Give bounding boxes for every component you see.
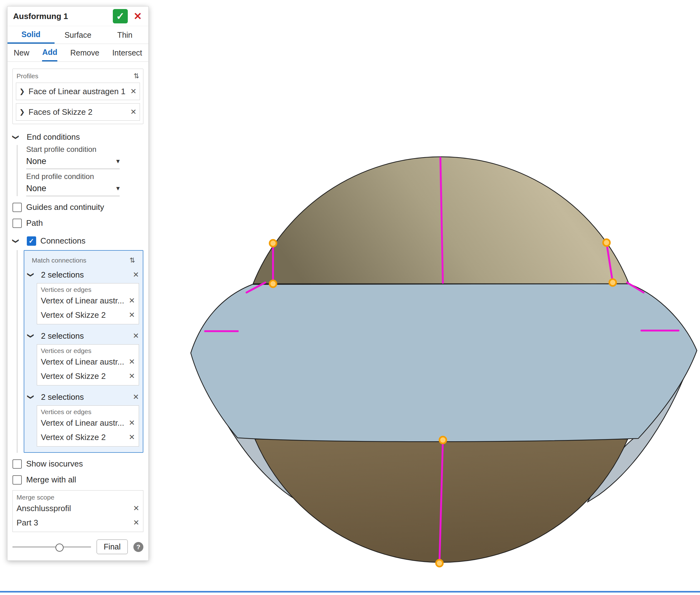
vertex-marker	[609, 279, 616, 286]
slider-handle[interactable]	[56, 543, 64, 551]
merge-scope-item[interactable]: Anschlussprofil	[17, 501, 139, 515]
chevron-right-icon[interactable]	[19, 108, 25, 116]
profile-item[interactable]: Faces of Skizze 2	[16, 103, 140, 121]
show-isocurves-label: Show isocurves	[26, 459, 83, 469]
connection-group-label: 2 selections	[41, 270, 84, 280]
vertex-selection[interactable]: Vertex of Linear austr...	[41, 293, 135, 308]
start-profile-condition-value: None	[26, 157, 116, 166]
vertex-marker	[603, 239, 610, 246]
connections-checkbox[interactable]	[27, 236, 36, 246]
guides-and-continuity-row[interactable]: Guides and continuity	[12, 202, 143, 212]
remove-group-icon[interactable]	[130, 271, 139, 279]
remove-selection-icon[interactable]	[126, 372, 135, 380]
show-isocurves-row[interactable]: Show isocurves	[12, 459, 143, 469]
tab-remove[interactable]: Remove	[70, 44, 99, 61]
remove-selection-icon[interactable]	[126, 358, 135, 366]
dialog-footer: Final ?	[12, 539, 143, 554]
connection-group-toggle[interactable]: 2 selections	[28, 267, 139, 283]
start-profile-condition-select[interactable]: None	[26, 154, 120, 169]
chevron-down-icon	[28, 271, 34, 279]
guides-and-continuity-checkbox[interactable]	[12, 203, 22, 212]
match-connections-box: Match connections 2 selections Vertices …	[24, 250, 143, 453]
vertex-selection-label: Vertex of Linear austr...	[41, 418, 124, 428]
guides-and-continuity-label: Guides and continuity	[26, 202, 104, 212]
vertex-selection[interactable]: Vertex of Linear austr...	[41, 416, 135, 430]
tab-add[interactable]: Add	[42, 44, 57, 61]
remove-selection-icon[interactable]	[130, 518, 139, 527]
end-profile-condition-label: End profile condition	[26, 172, 143, 181]
vertices-or-edges-label: Vertices or edges	[41, 286, 135, 293]
preview-slider[interactable]	[12, 542, 91, 551]
remove-group-icon[interactable]	[130, 332, 139, 340]
help-icon[interactable]: ?	[133, 542, 143, 552]
vertex-marker	[439, 436, 446, 444]
sort-icon[interactable]	[130, 256, 135, 264]
sort-icon[interactable]	[134, 72, 139, 80]
vertex-selection-label: Vertex of Skizze 2	[41, 371, 105, 381]
connection-group-label: 2 selections	[41, 392, 84, 402]
tab-thin[interactable]: Thin	[101, 26, 148, 44]
connections-section-toggle[interactable]: Connections	[13, 236, 143, 246]
loft-dialog: Ausformung 1 Solid Surface Thin New Add …	[7, 6, 149, 561]
vertex-selection[interactable]: Vertex of Skizze 2	[41, 369, 135, 383]
merge-scope-item-label: Anschlussprofil	[17, 504, 71, 513]
profile-item[interactable]: Face of Linear austragen 1	[16, 83, 140, 100]
tab-surface[interactable]: Surface	[55, 26, 101, 44]
tab-solid[interactable]: Solid	[7, 26, 55, 44]
connections-content: Match connections 2 selections Vertices …	[17, 250, 143, 453]
merge-with-all-row[interactable]: Merge with all	[12, 475, 143, 485]
match-connections-label: Match connections	[32, 257, 86, 264]
slider-track	[12, 547, 91, 547]
end-conditions-label: End conditions	[27, 132, 80, 142]
profile-item-label: Face of Linear austragen 1	[29, 87, 127, 96]
merge-scope-item-label: Part 3	[17, 518, 38, 528]
remove-selection-icon[interactable]	[126, 419, 135, 427]
path-row[interactable]: Path	[12, 218, 143, 228]
type-tab-bar: Solid Surface Thin	[7, 26, 148, 44]
profiles-label: Profiles	[17, 72, 38, 80]
accept-button[interactable]	[113, 9, 128, 23]
remove-selection-icon[interactable]	[126, 433, 135, 442]
remove-selection-icon[interactable]	[127, 87, 136, 96]
merge-with-all-label: Merge with all	[26, 475, 76, 485]
show-isocurves-checkbox[interactable]	[12, 459, 22, 469]
vertex-selection[interactable]: Vertex of Skizze 2	[41, 430, 135, 444]
final-button[interactable]: Final	[97, 539, 128, 554]
connection-group-label: 2 selections	[41, 331, 84, 341]
vertex-marker	[270, 240, 276, 247]
tab-intersect[interactable]: Intersect	[112, 44, 142, 61]
path-checkbox[interactable]	[12, 219, 22, 228]
profiles-list: Profiles Face of Linear austragen 1 Face…	[12, 68, 143, 124]
chevron-right-icon[interactable]	[19, 88, 25, 95]
end-profile-condition-select[interactable]: None	[26, 181, 120, 196]
remove-selection-icon[interactable]	[126, 311, 135, 319]
connection-group: 2 selections Vertices or edges Vertex of…	[28, 267, 139, 324]
connection-group-toggle[interactable]: 2 selections	[28, 389, 139, 405]
chevron-down-icon	[13, 237, 19, 245]
remove-selection-icon[interactable]	[127, 108, 136, 116]
merge-with-all-checkbox[interactable]	[12, 475, 22, 485]
connection-group: 2 selections Vertices or edges Vertex of…	[28, 389, 139, 447]
vertex-marker	[436, 560, 443, 567]
window-bottom-border	[0, 591, 700, 593]
connections-label: Connections	[40, 236, 86, 246]
connection-group-toggle[interactable]: 2 selections	[28, 328, 139, 344]
vertices-or-edges-list: Vertices or edges Vertex of Linear austr…	[37, 405, 139, 447]
chevron-down-icon	[28, 393, 34, 401]
vertex-selection[interactable]: Vertex of Linear austr...	[41, 355, 135, 369]
tab-new[interactable]: New	[14, 44, 29, 61]
merge-scope-item[interactable]: Part 3	[17, 515, 139, 530]
cancel-button[interactable]	[131, 9, 144, 23]
remove-group-icon[interactable]	[130, 393, 139, 401]
match-connections-header: Match connections	[28, 253, 139, 267]
vertex-selection[interactable]: Vertex of Skizze 2	[41, 308, 135, 322]
dropdown-caret-icon	[116, 157, 120, 165]
chevron-down-icon	[28, 332, 34, 340]
remove-selection-icon[interactable]	[126, 296, 135, 305]
remove-selection-icon[interactable]	[130, 504, 139, 513]
boolean-tab-bar: New Add Remove Intersect	[7, 44, 148, 62]
loft-band-face[interactable]	[191, 284, 697, 442]
vertex-selection-label: Vertex of Skizze 2	[41, 310, 105, 320]
vertices-or-edges-label: Vertices or edges	[41, 408, 135, 416]
end-conditions-section-toggle[interactable]: End conditions	[13, 132, 143, 142]
